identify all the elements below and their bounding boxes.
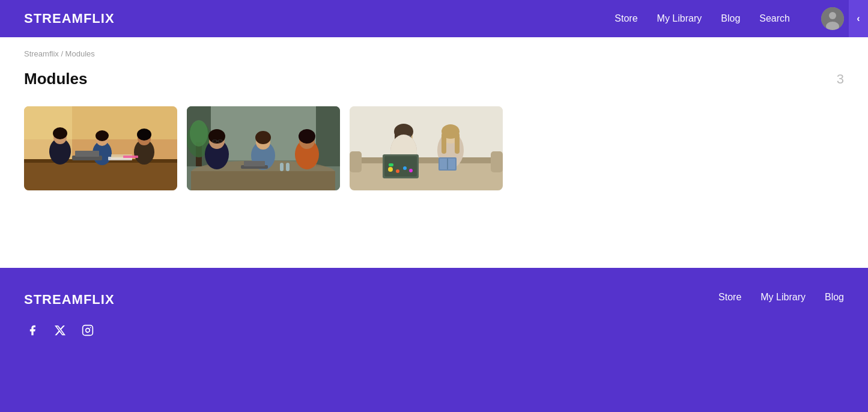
module-card-3[interactable] [350,106,503,190]
svg-point-66 [403,166,407,170]
svg-point-40 [255,131,271,144]
header-logo: STREAMFLIX [24,11,615,26]
module-card-2[interactable] [187,106,340,190]
breadcrumb: Streamflix / Modules [24,49,95,58]
svg-point-65 [396,169,399,173]
breadcrumb-section: Streamflix / Modules [0,37,868,64]
svg-rect-68 [389,163,393,166]
svg-rect-25 [316,106,340,166]
svg-rect-73 [455,133,460,154]
footer-left: STREAMFLIX [24,292,115,339]
svg-rect-18 [75,151,99,157]
svg-point-67 [409,169,413,172]
svg-rect-21 [123,156,138,158]
avatar[interactable] [821,7,844,30]
svg-point-1 [829,12,836,19]
footer-top: STREAMFLIX [24,292,844,339]
svg-point-13 [96,130,109,141]
x-twitter-icon[interactable] [52,322,68,339]
nav-store[interactable]: Store [615,13,637,24]
svg-point-29 [190,120,208,147]
footer-social [24,322,115,339]
svg-rect-77 [83,326,93,336]
svg-point-16 [137,129,151,141]
svg-rect-49 [350,106,503,157]
footer-logo: STREAMFLIX [24,292,115,307]
modules-count: 3 [837,71,844,87]
footer-nav-blog[interactable]: Blog [825,292,844,303]
svg-rect-46 [280,163,284,171]
modules-grid [24,106,844,190]
svg-rect-53 [491,151,503,172]
side-tab-icon: ‹ [857,13,860,24]
main-content: Modules 3 [0,64,868,268]
facebook-icon[interactable] [24,322,41,339]
nav-blog[interactable]: Blog [721,13,740,24]
svg-rect-45 [244,161,265,166]
svg-rect-63 [384,156,417,177]
nav-my-library[interactable]: My Library [657,13,702,24]
svg-rect-52 [350,151,362,172]
modules-header: Modules 3 [24,70,844,88]
footer: STREAMFLIX [0,268,868,412]
svg-point-43 [299,129,315,144]
svg-rect-72 [442,133,446,154]
module-card-1[interactable] [24,106,177,190]
modules-title: Modules [24,70,87,88]
nav-search[interactable]: Search [759,13,790,24]
svg-rect-50 [350,160,503,190]
header: STREAMFLIX Store My Library Blog Search … [0,0,868,37]
svg-point-10 [53,127,67,139]
svg-rect-47 [286,163,290,171]
footer-nav-store[interactable]: Store [718,292,741,303]
svg-rect-31 [191,171,335,190]
side-tab[interactable]: ‹ [849,0,868,37]
svg-rect-51 [350,157,503,163]
instagram-icon[interactable] [79,322,96,339]
footer-nav: Store My Library Blog [718,292,844,303]
header-nav: Store My Library Blog Search [615,7,844,30]
svg-point-64 [388,167,393,172]
footer-nav-my-library[interactable]: My Library [760,292,806,303]
